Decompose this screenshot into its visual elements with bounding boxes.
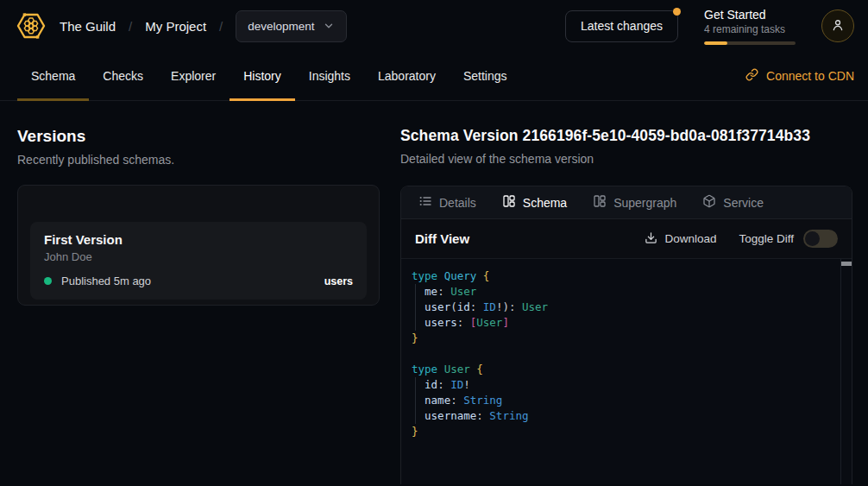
version-author: John Doe (44, 250, 353, 263)
progress-fill (704, 41, 727, 45)
get-started-progressbar (704, 41, 796, 45)
detail-tab-label: Schema (523, 196, 567, 210)
download-icon (645, 231, 657, 247)
code-line: } (412, 424, 829, 439)
project-name[interactable]: My Project (145, 19, 206, 34)
toggle-diff-switch[interactable] (803, 230, 838, 248)
detail-tab-details[interactable]: Details (418, 194, 476, 211)
version-detail-panel: Schema Version 2166196f-5e10-4059-bd0a-0… (400, 127, 852, 486)
diff-actions: Download Toggle Diff (645, 230, 838, 248)
org-name[interactable]: The Guild (60, 19, 116, 34)
tab-schema[interactable]: Schema (17, 52, 89, 100)
get-started-subtitle: 4 remaining tasks (704, 23, 796, 35)
connect-to-cdn-label: Connect to CDN (766, 69, 854, 83)
detail-tab-supergraph[interactable]: Supergraph (593, 194, 676, 211)
versions-title: Versions (17, 127, 380, 146)
detail-tab-label: Details (439, 196, 476, 210)
versions-subtitle: Recently published schemas. (17, 153, 380, 167)
code-line: id: ID! (412, 377, 829, 393)
notification-dot (673, 8, 681, 16)
get-started-widget[interactable]: Get Started 4 remaining tasks (704, 8, 796, 45)
box-icon (702, 194, 716, 211)
list-icon (418, 194, 432, 211)
diff-view-title: Diff View (415, 231, 469, 246)
header-actions: Latest changes Get Started 4 remaining t… (565, 8, 854, 45)
tab-label: Settings (463, 69, 507, 83)
switch-knob (805, 231, 820, 246)
toggle-diff-control: Toggle Diff (739, 230, 838, 248)
diff-toolbar: Diff View Download Toggle Diff (401, 219, 852, 259)
versions-panel: Versions Recently published schemas. Fir… (17, 127, 380, 486)
code-line: me: User (412, 284, 829, 300)
version-name: First Version (44, 232, 353, 247)
environment-selector[interactable]: development (236, 10, 346, 42)
tab-insights[interactable]: Insights (295, 52, 364, 100)
code-line: name: String (412, 393, 829, 408)
download-label: Download (664, 232, 716, 245)
detail-tab-service[interactable]: Service (702, 194, 764, 211)
person-icon (830, 17, 846, 35)
tab-settings[interactable]: Settings (450, 52, 521, 100)
tab-label: Checks (103, 69, 143, 83)
code-scrollbar[interactable] (840, 259, 852, 484)
schema-version-title: Schema Version 2166196f-5e10-4059-bd0a-0… (400, 127, 852, 145)
detail-tab-label: Supergraph (613, 196, 676, 210)
code-line: type Query { (412, 268, 829, 284)
code-line (412, 346, 829, 362)
tab-label: History (243, 69, 281, 83)
environment-selector-value: development (248, 20, 314, 33)
schema-version-subtitle: Detailed view of the schema version (400, 152, 852, 166)
code-line: } (412, 331, 829, 346)
download-button[interactable]: Download (645, 231, 716, 247)
tab-label: Explorer (171, 69, 216, 83)
tab-checks[interactable]: Checks (89, 52, 157, 100)
code-scrollbar-thumb[interactable] (841, 262, 852, 266)
tab-explorer[interactable]: Explorer (157, 52, 230, 100)
link-icon (745, 68, 758, 84)
tab-history[interactable]: History (230, 52, 295, 100)
schema-viewer: Details Schema Supergraph (400, 186, 852, 484)
version-service-badge: users (324, 275, 353, 287)
toggle-diff-label: Toggle Diff (739, 232, 794, 245)
code-line: type User { (412, 362, 829, 377)
breadcrumb-separator: / (219, 19, 223, 34)
columns-icon (593, 194, 607, 211)
get-started-title: Get Started (704, 8, 796, 22)
detail-tab-schema[interactable]: Schema (502, 194, 567, 211)
detail-tab-label: Service (723, 196, 764, 210)
version-list-item[interactable]: First Version John Doe Published 5m ago … (30, 222, 367, 300)
latest-changes-button[interactable]: Latest changes (565, 10, 678, 42)
page: The Guild / My Project / development Lat… (0, 0, 868, 486)
chevron-down-icon (323, 20, 335, 32)
code-line: users: [User] (412, 315, 829, 331)
version-meta: Published 5m ago users (44, 275, 353, 287)
target-nav: Schema Checks Explorer History Insights … (0, 52, 868, 101)
code-line: user(id: ID!): User (412, 300, 829, 315)
main-content: Versions Recently published schemas. Fir… (0, 101, 868, 486)
tab-label: Schema (31, 69, 75, 83)
hive-logo-icon[interactable] (16, 10, 47, 41)
code-line: username: String (412, 408, 829, 424)
columns-icon (502, 194, 516, 211)
tab-laboratory[interactable]: Laboratory (364, 52, 450, 100)
detail-tabs: Details Schema Supergraph (401, 186, 852, 219)
versions-list-card: First Version John Doe Published 5m ago … (17, 185, 380, 306)
code-block: type Query { me: User user(id: ID!): Use… (412, 268, 829, 439)
app-header: The Guild / My Project / development Lat… (0, 0, 868, 52)
sdl-code-viewer[interactable]: type Query { me: User user(id: ID!): Use… (401, 259, 852, 484)
tab-label: Insights (309, 69, 350, 83)
latest-changes-label: Latest changes (581, 19, 663, 33)
breadcrumb-separator: / (129, 19, 132, 34)
published-status-icon (44, 277, 52, 285)
tab-label: Laboratory (378, 69, 436, 83)
version-status: Published 5m ago (61, 275, 151, 287)
user-avatar[interactable] (821, 9, 854, 42)
connect-to-cdn-button[interactable]: Connect to CDN (745, 68, 854, 84)
breadcrumb: The Guild / My Project / development (16, 10, 347, 42)
